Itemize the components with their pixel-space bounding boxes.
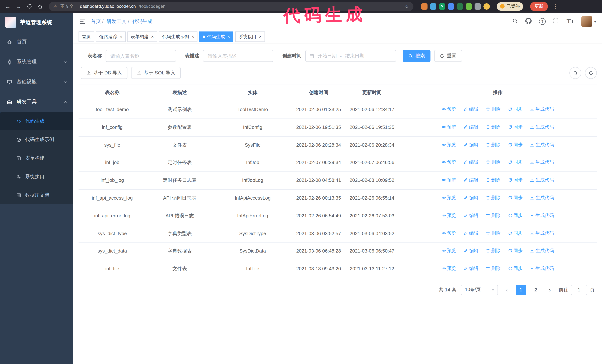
page-size-select[interactable]: 10条/页 ▾ <box>461 285 498 295</box>
sidebar-submenu-item[interactable]: 代码生成示例 <box>0 130 73 149</box>
people-extension-icon[interactable] <box>448 3 454 10</box>
row-action-link[interactable]: 同步 <box>508 141 523 148</box>
search-icon[interactable] <box>512 18 518 25</box>
row-action-link[interactable]: 编辑 <box>464 247 478 255</box>
end-date-placeholder[interactable]: 结束日期 <box>345 52 364 59</box>
view-tab[interactable]: 链路追踪 × <box>96 31 126 42</box>
row-action-link[interactable]: 同步 <box>508 212 523 219</box>
view-tab[interactable]: 代码生成示例 × <box>159 31 197 42</box>
row-action-link[interactable]: 删除 <box>486 159 501 166</box>
update-browser-button[interactable]: 更新 <box>530 2 548 11</box>
row-action-link[interactable]: 预览 <box>441 265 456 272</box>
row-action-link[interactable]: 编辑 <box>464 141 478 148</box>
row-action-link[interactable]: 编辑 <box>464 212 478 219</box>
search-button[interactable]: 搜索 <box>403 50 430 62</box>
row-action-link[interactable]: 预览 <box>441 176 456 184</box>
row-action-link[interactable]: 删除 <box>486 176 501 184</box>
paused-badge[interactable]: 已暂停 <box>497 2 523 10</box>
import-sql-button[interactable]: 基于 SQL 导入 <box>131 67 181 79</box>
goto-page-input[interactable] <box>571 285 587 295</box>
row-action-link[interactable]: 编辑 <box>464 159 478 166</box>
toggle-search-button[interactable] <box>570 67 581 79</box>
github-icon[interactable] <box>525 18 532 25</box>
page-number-button[interactable]: 1 <box>516 285 526 295</box>
profile-avatar-icon[interactable] <box>484 3 490 10</box>
font-size-icon[interactable]: ⊤T <box>566 18 574 25</box>
row-action-link[interactable]: 编辑 <box>464 229 478 237</box>
page-number-button[interactable]: 2 <box>530 285 541 295</box>
user-menu[interactable]: ▾ <box>581 16 596 27</box>
close-tab-icon[interactable]: × <box>192 34 194 39</box>
view-tab[interactable]: 首页 <box>78 31 94 42</box>
row-action-link[interactable]: 同步 <box>508 105 523 113</box>
prev-page-button[interactable]: ‹ <box>502 285 511 295</box>
row-action-link[interactable]: 同步 <box>508 247 523 255</box>
table-name-input[interactable] <box>106 50 176 62</box>
breadcrumb-link[interactable]: 代码生成 <box>132 19 152 24</box>
row-action-link[interactable]: 同步 <box>508 159 523 166</box>
row-action-link[interactable]: 预览 <box>441 229 456 237</box>
fullscreen-icon[interactable] <box>553 18 559 25</box>
row-action-link[interactable]: 预览 <box>441 159 456 166</box>
row-action-link[interactable]: 删除 <box>486 105 501 113</box>
row-action-link[interactable]: 生成代码 <box>530 105 554 113</box>
v-extension-icon[interactable]: V <box>439 3 445 10</box>
close-tab-icon[interactable]: × <box>227 34 230 39</box>
row-action-link[interactable]: 同步 <box>508 265 523 272</box>
leaf-extension-icon[interactable] <box>466 3 472 10</box>
row-action-link[interactable]: 生成代码 <box>530 194 554 201</box>
sidebar-submenu-item[interactable]: 表单构建 <box>0 149 73 167</box>
refresh-table-button[interactable] <box>585 67 597 79</box>
row-action-link[interactable]: 删除 <box>486 123 501 131</box>
import-db-button[interactable]: 基于 DB 导入 <box>81 67 128 79</box>
row-action-link[interactable]: 删除 <box>486 229 501 237</box>
browser-back-icon[interactable]: ← <box>4 3 11 10</box>
row-action-link[interactable]: 编辑 <box>464 194 478 201</box>
row-action-link[interactable]: 编辑 <box>464 123 478 131</box>
row-action-link[interactable]: 生成代码 <box>530 141 554 148</box>
date-range-picker[interactable]: 开始日期 - 结束日期 <box>305 50 396 62</box>
sidebar-menu-item[interactable]: 系统管理 <box>0 52 73 72</box>
view-tab[interactable]: 代码生成 × <box>199 31 233 42</box>
reset-button[interactable]: 重置 <box>434 50 462 62</box>
row-action-link[interactable]: 预览 <box>441 141 456 148</box>
browser-forward-icon[interactable]: → <box>15 3 22 10</box>
row-action-link[interactable]: 编辑 <box>464 265 478 272</box>
row-action-link[interactable]: 同步 <box>508 123 523 131</box>
sidebar-submenu-item[interactable]: 系统接口 <box>0 167 73 186</box>
row-action-link[interactable]: 生成代码 <box>530 247 554 255</box>
sidebar-logo[interactable]: 芋道管理系统 <box>0 13 73 32</box>
row-action-link[interactable]: 同步 <box>508 176 523 184</box>
row-action-link[interactable]: 预览 <box>441 105 456 113</box>
address-bar[interactable]: ⚠ 不安全 dashboard.yudao.iocoder.cn/tool/co… <box>49 2 413 11</box>
close-tab-icon[interactable]: × <box>120 34 122 39</box>
row-action-link[interactable]: 生成代码 <box>530 229 554 237</box>
teal-extension-icon[interactable] <box>457 3 463 10</box>
sidebar-menu-item[interactable]: 研发工具 <box>0 92 73 112</box>
row-action-link[interactable]: 生成代码 <box>530 176 554 184</box>
sidebar-submenu-item[interactable]: 数据库文档 <box>0 186 73 204</box>
browser-home-icon[interactable] <box>37 3 43 9</box>
row-action-link[interactable]: 删除 <box>486 212 501 219</box>
start-date-placeholder[interactable]: 开始日期 <box>317 52 337 59</box>
blue-extension-icon[interactable] <box>430 3 436 10</box>
row-action-link[interactable]: 预览 <box>441 123 456 131</box>
row-action-link[interactable]: 生成代码 <box>530 265 554 272</box>
table-desc-input[interactable] <box>203 50 273 62</box>
row-action-link[interactable]: 同步 <box>508 229 523 237</box>
row-action-link[interactable]: 删除 <box>486 141 501 148</box>
sidebar-submenu-item[interactable]: 代码生成 <box>0 112 73 130</box>
insecure-label[interactable]: 不安全 <box>60 3 74 10</box>
row-action-link[interactable]: 编辑 <box>464 176 478 184</box>
row-action-link[interactable]: 删除 <box>486 194 501 201</box>
row-action-link[interactable]: 同步 <box>508 194 523 201</box>
view-tab[interactable]: 表单构建 × <box>128 31 157 42</box>
browser-menu-icon[interactable]: ⋮ <box>553 3 558 9</box>
row-action-link[interactable]: 编辑 <box>464 105 478 113</box>
next-page-button[interactable]: › <box>545 285 554 295</box>
sidebar-toggle-icon[interactable] <box>79 18 86 25</box>
bookmark-star-icon[interactable]: ☆ <box>405 3 409 9</box>
sidebar-menu-item[interactable]: 首页 <box>0 32 73 52</box>
browser-reload-icon[interactable] <box>26 3 32 9</box>
breadcrumb-link[interactable]: 研发工具 <box>107 19 127 24</box>
